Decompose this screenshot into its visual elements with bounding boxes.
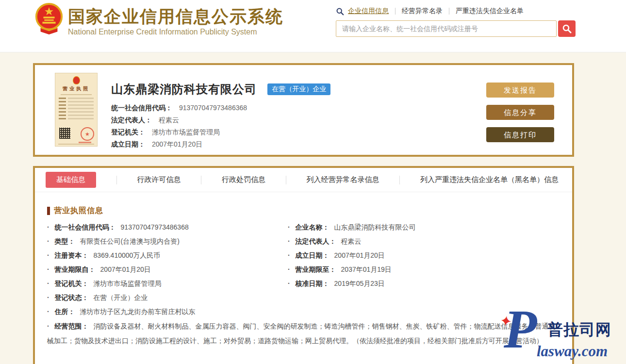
tab-divider xyxy=(116,176,117,184)
send-report-button[interactable]: 发送报告 xyxy=(486,83,554,98)
company-name: 山东鼎梁消防科技有限公司 xyxy=(111,82,257,97)
company-main-info: 山东鼎梁消防科技有限公司 在营（开业）企业 统一社会信用代码： 91370704… xyxy=(111,82,330,150)
field-credit-code: 统一社会信用代码： 913707047973486368 xyxy=(111,102,330,114)
search-icon xyxy=(562,24,572,33)
tab-divider xyxy=(201,176,201,184)
license-info-grid: 统一社会信用代码：913707047973486368 类型：有限责任公司(台港… xyxy=(35,220,572,319)
license-emblem-icon xyxy=(73,76,80,84)
site-title-block: 国家企业信用信息公示系统 National Enterprise Credit … xyxy=(68,7,283,36)
info-column-right: 企业名称：山东鼎梁消防科技有限公司 法定代表人：程素云 成立日期：2007年01… xyxy=(288,220,569,291)
business-license-thumbnail: 营业执照 ★ xyxy=(55,73,98,147)
field-registration-authority: 登记机关： 潍坊市市场监督管理局 xyxy=(111,126,330,138)
license-title: 营业执照 xyxy=(55,85,97,92)
field-legal-representative: 法定代表人： 程素云 xyxy=(111,114,330,126)
info-row-term-from: 营业期限自：2007年01月20日 xyxy=(47,263,280,277)
info-row-approval-date: 核准日期：2019年05月23日 xyxy=(288,277,569,291)
detail-tabbar: 基础信息 行政许可信息 行政处罚信息 列入经营异常名录信息 列入严重违法失信企业… xyxy=(35,168,572,192)
company-summary-card: 营业执照 ★ 山东鼎梁消防科技有限公司 在营（开业）企业 统一社会信用代码： 9… xyxy=(33,63,574,157)
info-row-credit-code: 统一社会信用代码：913707047973486368 xyxy=(47,220,280,234)
nav-enterprise-credit-info[interactable]: 企业信用信息 xyxy=(348,7,389,16)
header-search-area: 企业信用信息 经营异常名录 严重违法失信企业名单 xyxy=(336,6,576,37)
watermark-domain-text: lasway.com xyxy=(537,343,608,360)
info-row-registered-capital: 注册资本：8369.410000万人民币 xyxy=(47,248,280,263)
info-row-registration-authority: 登记机关：潍坊市市场监督管理局 xyxy=(47,277,280,291)
nav-abnormal-operations-list[interactable]: 经营异常名录 xyxy=(402,7,443,16)
watermark-star-icon: ✦ xyxy=(499,312,513,330)
info-row-legal-representative: 法定代表人：程素云 xyxy=(288,234,569,248)
license-qr-code xyxy=(59,128,70,139)
tab-administrative-penalty[interactable]: 行政处罚信息 xyxy=(222,175,265,184)
search-input[interactable] xyxy=(336,20,557,37)
nav-divider xyxy=(449,8,449,15)
company-detail-panel: 基础信息 行政许可信息 行政处罚信息 列入经营异常名录信息 列入严重违法失信企业… xyxy=(33,166,574,364)
tab-divider xyxy=(399,176,400,184)
watermark-chinese-name: 普拉司网 xyxy=(547,319,611,341)
info-row-establishment-date: 成立日期：2007年01月20日 xyxy=(288,248,569,263)
license-footer-line xyxy=(58,144,94,145)
tab-divider xyxy=(286,176,286,184)
search-button[interactable] xyxy=(558,20,576,37)
share-info-button[interactable]: 信息分享 xyxy=(486,105,554,120)
section-title: 营业执照信息 xyxy=(54,206,103,216)
print-info-button[interactable]: 信息打印 xyxy=(486,127,554,142)
plasway-watermark-logo: P ✦ 普拉司网 lasway.com xyxy=(500,313,626,364)
field-establishment-date: 成立日期： 2007年01月20日 xyxy=(111,138,330,150)
tab-basic-info[interactable]: 基础信息 xyxy=(46,172,96,188)
tab-blacklist[interactable]: 列入严重违法失信企业名单（黑名单）信息 xyxy=(420,175,559,184)
license-text-lines xyxy=(59,98,94,119)
license-seal-text xyxy=(79,142,91,143)
national-emblem-icon xyxy=(34,2,64,36)
info-row-registration-status: 登记状态：在营（开业）企业 xyxy=(47,291,280,305)
page-header: 国家企业信用信息公示系统 National Enterprise Credit … xyxy=(0,0,626,52)
nav-serious-violation-list[interactable]: 严重违法失信企业名单 xyxy=(456,7,524,16)
info-column-left: 统一社会信用代码：913707047973486368 类型：有限责任公司(台港… xyxy=(47,220,280,319)
tab-abnormal-operations[interactable]: 列入经营异常名录信息 xyxy=(307,175,379,184)
site-subtitle: National Enterprise Credit Information P… xyxy=(68,28,283,36)
info-row-address: 住所：潍坊市坊子区九龙街办前车留庄村以东 xyxy=(47,305,280,319)
company-field-list: 统一社会信用代码： 913707047973486368 法定代表人： 程素云 … xyxy=(111,102,330,150)
info-row-type: 类型：有限责任公司(台港澳与境内合资) xyxy=(47,234,280,248)
license-red-seal: ★ xyxy=(81,127,94,141)
card-action-buttons: 发送报告 信息分享 信息打印 xyxy=(486,83,554,142)
nav-divider xyxy=(395,8,395,15)
search-bar xyxy=(336,20,576,37)
section-marker xyxy=(47,207,50,215)
search-icon xyxy=(336,7,344,16)
tab-administrative-licensing[interactable]: 行政许可信息 xyxy=(137,175,181,184)
site-title: 国家企业信用信息公示系统 xyxy=(68,7,283,26)
info-row-term-to: 营业期限至：2037年01月19日 xyxy=(288,263,569,277)
section-header: 营业执照信息 xyxy=(47,206,572,215)
license-decor-line xyxy=(61,94,92,95)
info-row-company-name: 企业名称：山东鼎梁消防科技有限公司 xyxy=(288,220,569,234)
business-scope-value: 消防设备及器材、耐火材料制品、金属压力容器、阀门、安全阀的研发制造；铸造沟槽管件… xyxy=(47,322,556,345)
top-nav: 企业信用信息 经营异常名录 严重违法失信企业名单 xyxy=(336,6,576,16)
info-row-business-scope: 经营范围：消防设备及器材、耐火材料制品、金属压力容器、阀门、安全阀的研发制造；铸… xyxy=(47,319,560,348)
status-badge: 在营（开业）企业 xyxy=(267,83,330,95)
